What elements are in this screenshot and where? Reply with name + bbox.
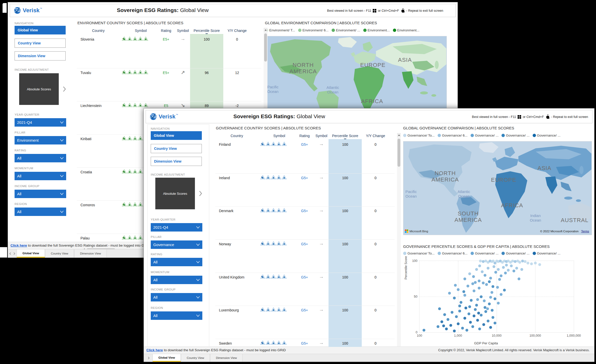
momentum-dropdown[interactable]: All	[15, 172, 66, 180]
slicer-expand-icon[interactable]	[199, 190, 202, 197]
pillar-dropdown[interactable]: Environment	[15, 136, 66, 144]
table-row[interactable]: Slovenia + E5+ → 100 0	[77, 35, 261, 68]
map-legend: Environment/ T... Environment/ 6... Envi…	[265, 28, 419, 32]
map-label-asia: ASIA	[398, 57, 412, 63]
sidebar-item-country-view[interactable]: Country View	[15, 39, 66, 48]
legend-item[interactable]: Governance/ ...	[501, 134, 529, 137]
terms-link[interactable]: Terms	[581, 230, 589, 233]
sidebar-item-global-view[interactable]: Global View	[15, 26, 66, 34]
legend-label: Governance/ To...	[407, 251, 435, 255]
legend-item[interactable]: Governance/ ...	[501, 251, 529, 255]
sidebar-item-country-view[interactable]: Country View	[151, 144, 202, 153]
x-axis-label: GDP Per Capita	[474, 341, 498, 345]
map-title: GLOBAL GOVERNANCE COMPARISON | ABSOLUTE …	[403, 126, 514, 130]
sidebar-item-dimension-view[interactable]: Dimension View	[151, 157, 202, 166]
column-header-percentile[interactable]: Percentile Score	[329, 134, 362, 138]
tab-nav-arrows[interactable]	[144, 354, 153, 362]
tab-next-icon[interactable]	[147, 357, 149, 359]
table-row[interactable]: Norway + G5+ → 100 0	[215, 239, 395, 273]
momentum-symbols: +	[122, 103, 160, 107]
income-adjustment-slicer[interactable]: Absolute Scores	[155, 178, 195, 209]
tab-global-view[interactable]: Global View	[153, 354, 181, 362]
legend-item[interactable]: Governance/ 6...	[438, 134, 468, 137]
percentile-cell: 89	[190, 104, 223, 108]
scatter-plot[interactable]: 100 50 0 100 1,000 10,000 100,000 1,000,…	[419, 261, 574, 333]
column-header-symbol2[interactable]: Symbol	[175, 29, 191, 33]
legend-item[interactable]: Environment...	[363, 28, 390, 32]
year-quarter-dropdown[interactable]: 2021-Q4	[151, 223, 202, 232]
percentile-cell: 100	[329, 275, 362, 279]
tab-dimension-view[interactable]: Dimension View	[74, 249, 107, 258]
column-header-country[interactable]: Country	[221, 134, 252, 138]
column-header-symbol[interactable]: Symbol	[125, 29, 156, 33]
filter-label: YEAR-QUARTER	[151, 218, 176, 221]
year-quarter-dropdown[interactable]: 2021-Q4	[15, 118, 66, 127]
region-dropdown[interactable]: All	[15, 208, 66, 216]
column-header-yy-change[interactable]: Y/Y Change	[365, 134, 386, 138]
column-header-country[interactable]: Country	[83, 29, 114, 33]
tab-prev-icon[interactable]	[9, 252, 12, 255]
table-row[interactable]: Luxembourg + G5+ → 100 0	[215, 306, 395, 339]
country-cell: Ireland	[219, 176, 230, 180]
tab-country-view[interactable]: Country View	[181, 354, 210, 362]
legend-item[interactable]: Governance/ 6...	[438, 251, 468, 255]
tab-dimension-view[interactable]: Dimension View	[210, 354, 243, 362]
legend-dot	[393, 29, 396, 32]
legend-label: Governance/ ...	[537, 251, 560, 255]
table-row[interactable]: Ireland + G5+ → 100 0	[215, 173, 395, 207]
rating-dropdown[interactable]: All	[151, 258, 202, 266]
column-header-symbol[interactable]: Symbol	[264, 134, 295, 138]
tab-next-icon[interactable]	[13, 252, 15, 255]
trend-arrow-icon: ↗	[176, 69, 190, 75]
table-scrollbar[interactable]	[397, 133, 401, 346]
scrollbar-thumb[interactable]	[264, 33, 267, 62]
tab-nav-arrows[interactable]	[8, 249, 17, 258]
yy-change-cell: 0	[365, 242, 386, 246]
table-row[interactable]: Finland + G5+ → 100 0	[215, 140, 395, 173]
yy-change-cell: 0	[365, 275, 386, 279]
legend-item[interactable]: Governance/ To...	[403, 134, 435, 137]
table-row[interactable]: Denmark + G5+ → 100 0	[215, 206, 395, 240]
dropdown-value: Governance	[153, 242, 174, 247]
governance-world-map[interactable]: NORTH AMERICA EUROPE ASIA AFRICA SOUTH A…	[403, 141, 592, 235]
scroll-up-icon[interactable]	[397, 133, 401, 137]
income-adjustment-slicer[interactable]: Absolute Scores	[19, 73, 59, 105]
income-group-dropdown[interactable]: All	[151, 293, 202, 301]
column-header-yy-change[interactable]: Y/Y Change	[226, 29, 248, 33]
column-header-symbol2[interactable]: Symbol	[313, 134, 329, 138]
region-dropdown[interactable]: All	[151, 311, 202, 320]
table-row[interactable]: United Kingdom + G5+ → 100 0	[215, 273, 395, 306]
legend-item[interactable]: Governance/ ...	[471, 134, 498, 137]
legend-label: Governance/ To...	[407, 134, 435, 137]
momentum-dropdown[interactable]: All	[151, 276, 202, 284]
legend-item[interactable]: Environment/ ...	[332, 28, 360, 32]
legend-item[interactable]: Governance/ To...	[403, 251, 435, 255]
download-link[interactable]: Click here	[146, 348, 163, 352]
legend-item[interactable]: Governance/ ...	[533, 251, 560, 255]
tab-country-view[interactable]: Country View	[45, 249, 74, 258]
map-label-north-america: NORTH AMERICA	[431, 170, 459, 183]
legend-item[interactable]: Environment/ 6...	[298, 28, 329, 32]
microsoft-logo-icon	[405, 229, 408, 233]
tab-global-view[interactable]: Global View	[17, 249, 45, 258]
legend-item[interactable]: Environment/ T...	[265, 28, 295, 32]
rating-dropdown[interactable]: All	[15, 154, 66, 162]
legend-item[interactable]: Environment...	[393, 28, 419, 32]
percentile-cell: 100	[329, 209, 362, 213]
legend-item[interactable]: Governance/ ...	[471, 251, 498, 255]
download-link[interactable]: Click here	[10, 244, 27, 247]
column-header-percentile[interactable]: Percentile Score	[190, 29, 223, 33]
column-header-rating[interactable]: Rating	[158, 29, 174, 33]
table-row[interactable]: Tuvalu + E5+ ↗ 96 12	[77, 68, 261, 102]
scroll-up-icon[interactable]	[264, 28, 267, 32]
pillar-dropdown[interactable]: Governance	[151, 240, 202, 249]
filter-label: YEAR-QUARTER	[15, 113, 39, 116]
sidebar-item-dimension-view[interactable]: Dimension View	[15, 51, 66, 60]
income-group-dropdown[interactable]: All	[15, 190, 66, 198]
column-header-rating[interactable]: Rating	[297, 134, 312, 138]
table-row[interactable]: Sweden + G5+ → 100 0	[215, 339, 395, 347]
scrollbar-thumb[interactable]	[398, 139, 400, 167]
slicer-expand-icon[interactable]	[63, 86, 66, 92]
legend-item[interactable]: Governance/ ...	[533, 134, 560, 137]
sidebar-item-global-view[interactable]: Global View	[151, 131, 202, 140]
